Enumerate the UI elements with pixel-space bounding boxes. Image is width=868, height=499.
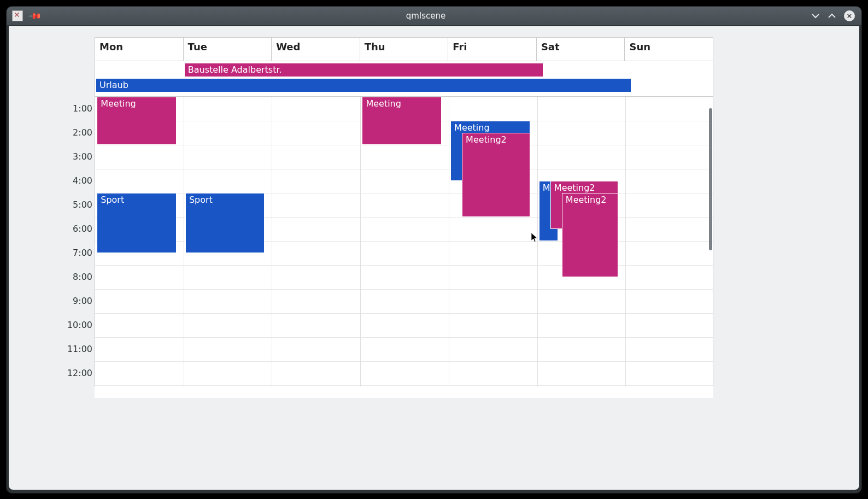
calendar-event[interactable]: Sport [97, 193, 177, 253]
day-header: Tue [183, 37, 272, 61]
day-header: Thu [360, 37, 448, 61]
client-area: 1:002:003:004:005:006:007:008:009:0010:0… [9, 26, 859, 490]
time-label: 4:00 [73, 175, 92, 186]
time-label: 2:00 [73, 127, 92, 138]
app-icon [12, 10, 23, 21]
day-header: Fri [448, 37, 536, 61]
time-label: 6:00 [73, 224, 92, 234]
calendar-event[interactable]: Meeting [97, 97, 177, 145]
day-column [272, 97, 361, 386]
allday-strip: Baustelle Adalbertstr.Urlaub [95, 61, 713, 97]
timed-grid[interactable]: MeetingMeetingSportSportMeetingMeeting2M… [95, 97, 713, 386]
day-header: Mon [95, 37, 183, 61]
time-label: 1:00 [73, 103, 92, 114]
day-column [625, 97, 713, 386]
calendar-event[interactable]: Meeting [362, 97, 442, 145]
minimize-icon[interactable] [811, 13, 820, 19]
calendar-event[interactable]: Meeting2 [562, 193, 618, 277]
time-label: 12:00 [67, 368, 92, 378]
day-header: Sat [536, 37, 625, 61]
time-gutter: 1:002:003:004:005:006:007:008:009:0010:0… [65, 108, 92, 398]
time-label: 10:00 [67, 320, 92, 330]
scrollbar-thumb[interactable] [709, 108, 712, 250]
time-label: 9:00 [73, 296, 92, 306]
calendar-event[interactable]: Sport [185, 193, 265, 253]
day-header-row: MonTueWedThuFriSatSun [95, 37, 713, 61]
allday-event[interactable]: Baustelle Adalbertstr. [185, 63, 543, 77]
time-label: 8:00 [73, 272, 92, 282]
window-title: qmlscene [40, 11, 811, 21]
titlebar[interactable]: 📌 qmlscene ✕ [7, 7, 861, 25]
allday-event[interactable]: Urlaub [96, 79, 631, 92]
window: 📌 qmlscene ✕ 1:002:003:004:005:006:007:0… [7, 7, 861, 493]
day-header: Wed [271, 37, 360, 61]
maximize-icon[interactable] [828, 13, 836, 19]
calendar-event[interactable]: Meeting2 [462, 133, 530, 217]
day-header: Sun [624, 37, 713, 61]
close-icon[interactable]: ✕ [844, 10, 855, 21]
time-label: 7:00 [73, 248, 92, 258]
calendar-week-view: 1:002:003:004:005:006:007:008:009:0010:0… [95, 37, 713, 398]
time-label: 11:00 [67, 344, 92, 354]
time-label: 5:00 [73, 199, 92, 210]
time-label: 3:00 [73, 151, 92, 162]
